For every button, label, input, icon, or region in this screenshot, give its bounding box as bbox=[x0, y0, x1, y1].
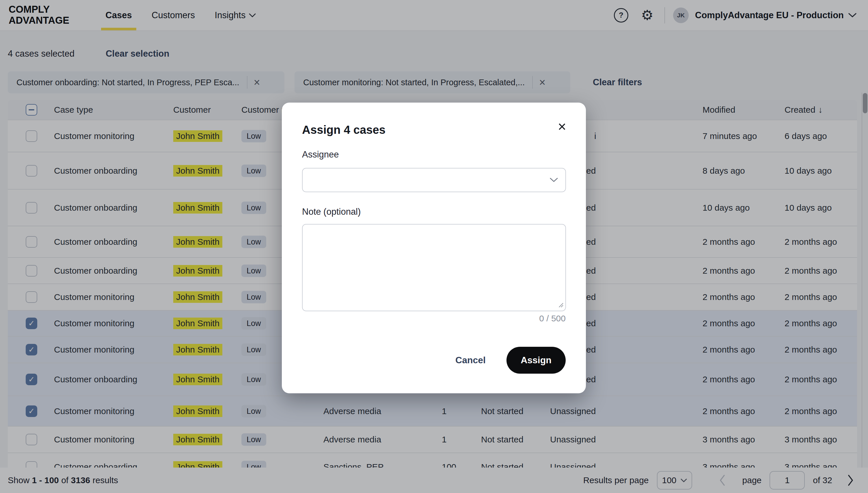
assignee-label: Assignee bbox=[302, 149, 339, 160]
assign-button[interactable]: Assign bbox=[506, 347, 566, 374]
resize-handle-icon[interactable] bbox=[557, 301, 564, 309]
close-icon[interactable]: × bbox=[558, 119, 566, 134]
cancel-button[interactable]: Cancel bbox=[455, 355, 486, 366]
note-textarea[interactable] bbox=[302, 224, 566, 311]
modal-actions: Cancel Assign bbox=[455, 347, 566, 374]
char-counter: 0 / 500 bbox=[539, 314, 566, 323]
assignee-select[interactable] bbox=[302, 168, 566, 192]
note-label: Note (optional) bbox=[302, 207, 361, 217]
chevron-down-icon bbox=[550, 178, 558, 183]
assign-cases-modal: Assign 4 cases × Assignee Note (optional… bbox=[282, 103, 586, 393]
modal-title: Assign 4 cases bbox=[302, 123, 386, 136]
app-root: COMPLY ADVANTAGE Cases Customers Insight… bbox=[0, 0, 868, 493]
note-field-wrap bbox=[302, 224, 566, 311]
